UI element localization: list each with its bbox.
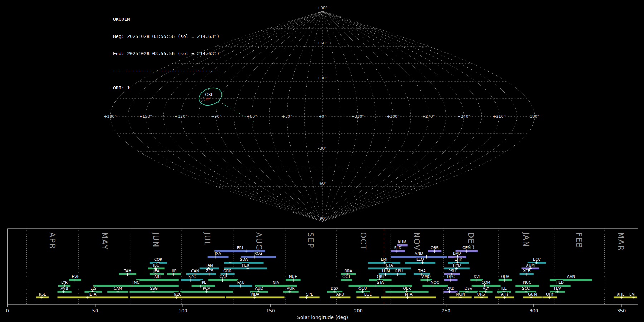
month-label: OCT xyxy=(359,232,367,250)
shower-label: QUA xyxy=(501,274,510,279)
map-lon-label: +300° xyxy=(387,114,400,119)
shower-label: ELY xyxy=(90,286,97,291)
shower-label: COM xyxy=(482,280,491,284)
meteor-plot-screen: { "header": { "station": "UK001M", "beg"… xyxy=(0,0,644,322)
shower-label: XVI xyxy=(474,274,480,279)
axis-tick-label: 200 xyxy=(354,308,363,313)
shower-label: OCU xyxy=(358,286,367,291)
shower-bar xyxy=(136,279,179,281)
shower-label: GUM xyxy=(528,292,537,296)
shower-PCA: PCA xyxy=(180,286,233,293)
shower-label: OBS xyxy=(431,245,439,250)
shower-label: JPE xyxy=(200,280,206,284)
shower-label: AHY xyxy=(501,292,509,296)
shower-label: ZCS xyxy=(206,269,214,273)
map-lat-label: -60° xyxy=(318,181,326,186)
shower-label: FED xyxy=(556,280,564,284)
map-lon-label: +0° xyxy=(318,114,326,119)
shower-XCB: XCB xyxy=(520,269,534,276)
shower-QUA: QUA xyxy=(499,274,512,282)
shower-NDA: NDA xyxy=(226,292,284,299)
map-lat-label: +90° xyxy=(317,6,328,10)
shower-bar xyxy=(58,297,129,299)
plot-canvas: +180°+150°+120°+90°+60°+30°+0°+330°+300°… xyxy=(0,0,644,322)
shower-label: LYR xyxy=(61,280,68,284)
shower-label: PCA xyxy=(203,286,211,291)
shower-SZC: SZC xyxy=(181,274,203,282)
shower-label: AND xyxy=(415,251,423,255)
shower-NTA: NTA xyxy=(381,292,436,299)
map-lon-label: +330° xyxy=(351,114,364,119)
shower-label: ARI xyxy=(154,274,161,279)
shower-HVI: HVI xyxy=(69,274,81,282)
map-lon-label: +60° xyxy=(247,114,257,119)
month-label: AUG xyxy=(254,232,263,251)
map-lon-label: +270° xyxy=(422,114,435,119)
shower-label: PAU xyxy=(237,280,245,284)
header-info: UK001M Beg: 20251028 03:55:56 (sol = 214… xyxy=(113,5,219,97)
shower-label: EHY xyxy=(454,257,462,262)
shower-label: IIP xyxy=(172,269,176,273)
month-label: MAR xyxy=(616,232,625,251)
shower-label: XUM xyxy=(526,263,535,267)
shower-label: AUD xyxy=(255,286,263,291)
shower-label: XHE xyxy=(617,292,625,296)
map-lon-label: +150° xyxy=(139,114,152,119)
shower-label: EGE xyxy=(364,292,372,296)
activity-timeline: APRMAYJUNJULAUGSEPOCTNOVDECJANFEBMAR0501… xyxy=(6,229,638,320)
shower-label: AMO xyxy=(422,274,431,279)
header-end-time: End: 20251028 03:55:56 (sol = 214.63°) xyxy=(113,51,219,57)
shower-label: IXA xyxy=(215,251,221,255)
axis-tick-label: 300 xyxy=(529,308,538,313)
shower-label: JEA xyxy=(153,269,160,273)
shower-label: DKD xyxy=(446,286,454,291)
shower-AVB: AVB xyxy=(58,286,72,293)
shower-CAM: CAM xyxy=(107,286,128,293)
shower-label: KSE xyxy=(39,292,46,296)
shower-label: SDA xyxy=(240,257,248,262)
shower-label: ETA xyxy=(89,292,97,296)
shower-EGE: EGE xyxy=(357,292,380,299)
shower-label: NZC xyxy=(174,292,181,296)
shower-TAH: TAH xyxy=(119,269,136,276)
shower-XVI: XVI xyxy=(470,274,483,282)
shower-label: URS xyxy=(477,292,485,296)
shower-OCT: OCT xyxy=(341,274,352,282)
shower-URS: URS xyxy=(474,292,488,299)
shower-KSE: KSE xyxy=(36,292,49,299)
month-label: JUL xyxy=(203,231,211,246)
shower-label: CAM xyxy=(114,286,122,291)
shower-PAU: PAU xyxy=(229,280,252,287)
axis-tick-label: 100 xyxy=(179,308,187,313)
shower-LMI: LMI xyxy=(368,257,400,264)
shower-label: LMI xyxy=(381,257,387,262)
shower-label: ARD xyxy=(336,292,345,296)
shower-NZC: NZC xyxy=(130,292,225,299)
shower-IXA: IXA xyxy=(208,251,229,258)
shower-bar xyxy=(93,285,179,287)
month-label: APR xyxy=(48,232,57,249)
shower-label: PSU xyxy=(448,269,456,273)
shower-label: XCB xyxy=(523,269,531,273)
shower-AAN: AAN xyxy=(550,274,592,282)
axis-tick-label: 350 xyxy=(617,308,626,313)
shower-label: DAD xyxy=(453,251,461,255)
shower-label: JBC xyxy=(153,263,159,267)
shower-label: NIA xyxy=(273,280,279,284)
radiant-drift-line xyxy=(222,103,254,122)
shower-label: NDA xyxy=(251,292,260,296)
map-lon-label: +30° xyxy=(282,114,292,119)
shower-label: SPE xyxy=(306,292,313,296)
shower-STA: STA xyxy=(349,280,412,287)
map-lon-label: 180° xyxy=(530,114,540,119)
shower-label: COR xyxy=(154,257,162,262)
axis-title: Solar longitude (deg) xyxy=(297,314,348,320)
shower-label: JMC xyxy=(132,280,140,284)
shower-label: SLD xyxy=(394,245,401,250)
month-label: JAN xyxy=(522,231,530,247)
shower-label: LEO xyxy=(416,257,424,262)
shower-label: NUE xyxy=(289,274,297,279)
shower-label: OER xyxy=(403,286,411,291)
shower-label: KUM xyxy=(398,240,406,244)
shower-label: SSG xyxy=(150,286,157,291)
